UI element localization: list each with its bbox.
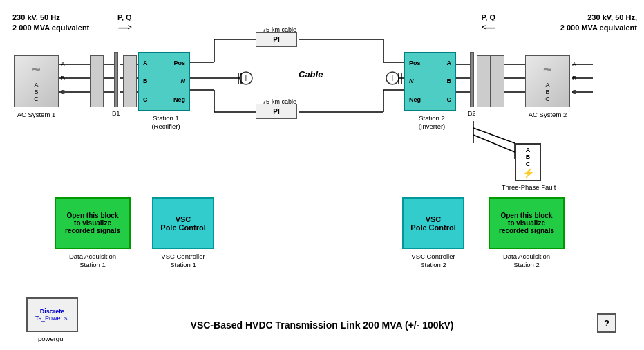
svg-point-21 bbox=[240, 72, 252, 84]
wiring-diagram: I I bbox=[0, 0, 644, 350]
cable-pi-top: PI bbox=[256, 32, 297, 47]
transformer-2a bbox=[477, 55, 491, 107]
data-acq-1-label: Data AcquisitionStation 1 bbox=[55, 252, 131, 270]
ac1-c-label: C bbox=[61, 89, 66, 95]
cable-pi-bottom: PI bbox=[256, 104, 297, 119]
station-1: APos BN CNeg bbox=[138, 52, 190, 111]
ac-system-2-label: AC System 2 bbox=[522, 111, 574, 119]
pq-arrow-left: P, Q ------> bbox=[117, 12, 132, 33]
svg-point-23 bbox=[386, 72, 399, 84]
fault-label: Three-Phase Fault bbox=[498, 183, 560, 192]
busbar-b2 bbox=[470, 52, 474, 107]
b1-label: B1 bbox=[112, 109, 120, 118]
data-acq-2-block[interactable]: Open this block to visualize recorded si… bbox=[489, 197, 565, 249]
vsc-1-block[interactable]: VSC Pole Control bbox=[152, 197, 214, 249]
busbar-b1 bbox=[114, 52, 118, 107]
transformer-1 bbox=[90, 55, 104, 107]
data-acq-1-block[interactable]: Open this block to visualize recorded si… bbox=[55, 197, 131, 249]
station-2: PosA NB NegC bbox=[404, 52, 456, 111]
vsc-2-label: VSC ControllerStation 2 bbox=[402, 252, 464, 270]
cable-center-label: Cable bbox=[299, 69, 323, 80]
vsc-2-block[interactable]: VSC Pole Control bbox=[402, 197, 464, 249]
powergui-label: powergui bbox=[38, 335, 65, 343]
svg-line-44 bbox=[473, 128, 515, 143]
transformer-1b bbox=[123, 55, 137, 107]
svg-text:I: I bbox=[245, 75, 247, 82]
svg-text:I: I bbox=[392, 75, 394, 82]
main-title: VSC-Based HVDC Transmission Link 200 MVA… bbox=[191, 320, 454, 331]
data-acq-2-label: Data AcquisitionStation 2 bbox=[489, 252, 565, 270]
ac-system-1: ~ A B C bbox=[14, 55, 59, 107]
powergui-block[interactable]: Discrete Ts_Power s. bbox=[26, 297, 78, 332]
transformer-2b bbox=[491, 55, 504, 107]
pq-arrow-right: P, Q <------ bbox=[481, 12, 495, 33]
b2-label: B2 bbox=[468, 109, 476, 118]
ac2-c-label: C bbox=[572, 89, 577, 95]
help-button[interactable]: ? bbox=[597, 313, 616, 333]
ac2-b-label: B bbox=[572, 75, 576, 82]
ac2-a-label: A bbox=[572, 61, 576, 68]
three-phase-fault[interactable]: A B C ⚡ bbox=[515, 143, 541, 181]
station-1-label: Station 1(Rectifier) bbox=[135, 114, 197, 131]
ac-system-1-label: AC System 1 bbox=[10, 111, 62, 119]
vsc-1-label: VSC ControllerStation 1 bbox=[152, 252, 214, 270]
station-2-label: Station 2(Inverter) bbox=[401, 114, 463, 131]
ac1-b-label: B bbox=[61, 75, 65, 82]
top-label-left: 230 kV, 50 Hz 2 000 MVA equivalent bbox=[12, 12, 89, 34]
svg-line-45 bbox=[473, 135, 515, 152]
ac-system-2: ~ A B C bbox=[525, 55, 570, 107]
ac1-a-label: A bbox=[61, 61, 65, 68]
top-label-right: 230 kV, 50 Hz, 2 000 MVA equivalent bbox=[560, 12, 637, 34]
